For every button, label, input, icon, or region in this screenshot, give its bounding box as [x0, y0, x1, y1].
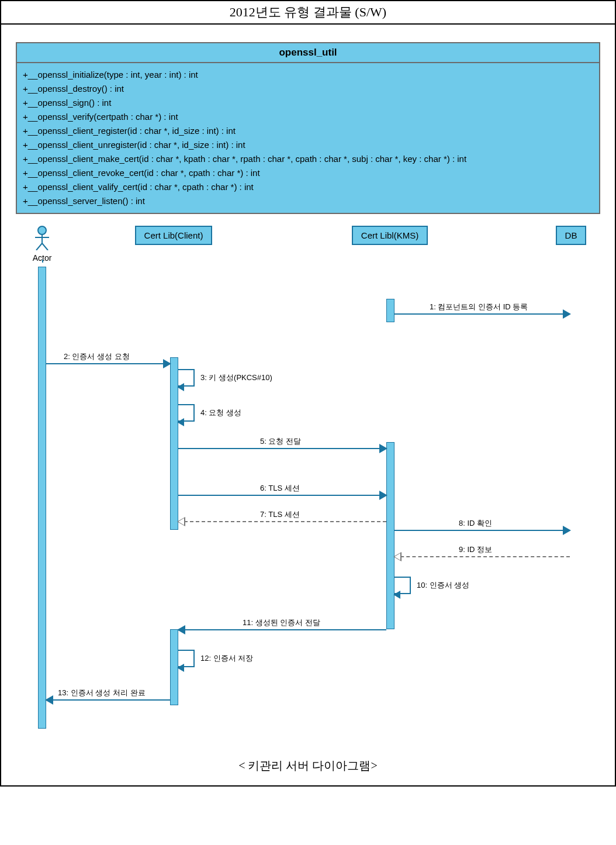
activation-actor	[38, 267, 46, 729]
msg-8: 8: ID 확인	[394, 524, 570, 537]
svg-line-4	[42, 243, 48, 250]
lifeline-db: DB	[548, 226, 594, 245]
method-row: +__openssl_destroy() : int	[23, 82, 593, 96]
lifeline-actor: Actor	[25, 226, 60, 263]
page-frame: 2012년도 유형 결과물 (S/W) openssl_util +__open…	[0, 0, 616, 787]
svg-point-0	[38, 226, 46, 234]
lifeline-kms: Cert Libl(KMS)	[343, 226, 437, 245]
msg-13: 13: 인증서 생성 처리 완료	[46, 694, 170, 706]
msg-9: 9: ID 정보	[394, 550, 570, 563]
actor-lifeline-line	[42, 260, 43, 263]
class-name: openssl_util	[17, 43, 599, 63]
svg-line-3	[36, 243, 42, 250]
method-row: +__openssl_client_register(id : char *, …	[23, 124, 593, 138]
msg-2: 2: 인증서 생성 요청	[46, 357, 170, 370]
lifeline-client: Cert Lib(Client)	[127, 226, 220, 245]
msg-6: 6: TLS 세션	[178, 489, 386, 502]
sequence-diagram: Actor Cert Lib(Client) Cert Libl(KMS) DB	[16, 226, 600, 752]
activation-kms-2	[386, 442, 394, 629]
lifeline-db-head: DB	[556, 226, 587, 245]
msg-12: 12: 인증서 저장	[178, 650, 195, 667]
msg-3: 3: 키 생성(PKCS#10)	[178, 369, 195, 387]
method-row: +__openssl_verify(certpath : char *) : i…	[23, 110, 593, 124]
lifeline-client-head: Cert Lib(Client)	[135, 226, 213, 245]
method-row: +__openssl_client_unregister(id : char *…	[23, 138, 593, 152]
msg-7: 7: TLS 세션	[178, 515, 386, 528]
page-title: 2012년도 유형 결과물 (S/W)	[1, 1, 615, 25]
class-methods: +__openssl_initialize(type : int, year :…	[17, 63, 599, 213]
msg-4: 4: 요청 생성	[178, 404, 195, 422]
content-area: openssl_util +__openssl_initialize(type …	[1, 25, 615, 785]
msg-10: 10: 인증서 생성	[394, 577, 411, 594]
actor-icon	[33, 226, 51, 252]
msg-1: 1: 컴포넌트의 인증서 ID 등록	[394, 308, 570, 320]
method-row: +__openssl_client_valify_cert(id : char …	[23, 180, 593, 194]
msg-11: 11: 생성된 인증서 전달	[178, 623, 386, 636]
method-row: +__openssl_initialize(type : int, year :…	[23, 68, 593, 82]
method-row: +__openssl_server_listen() : int	[23, 194, 593, 208]
diagram-caption: < 키관리 서버 다이아그램>	[13, 758, 603, 774]
lifeline-kms-head: Cert Libl(KMS)	[352, 226, 428, 245]
activation-kms-1	[386, 299, 394, 322]
msg-5: 5: 요청 전달	[178, 442, 386, 455]
uml-class-box: openssl_util +__openssl_initialize(type …	[16, 42, 600, 214]
method-row: +__openssl_client_make_cert(id : char *,…	[23, 152, 593, 166]
method-row: +__openssl_sign() : int	[23, 96, 593, 110]
method-row: +__openssl_client_revoke_cert(id : char …	[23, 166, 593, 180]
